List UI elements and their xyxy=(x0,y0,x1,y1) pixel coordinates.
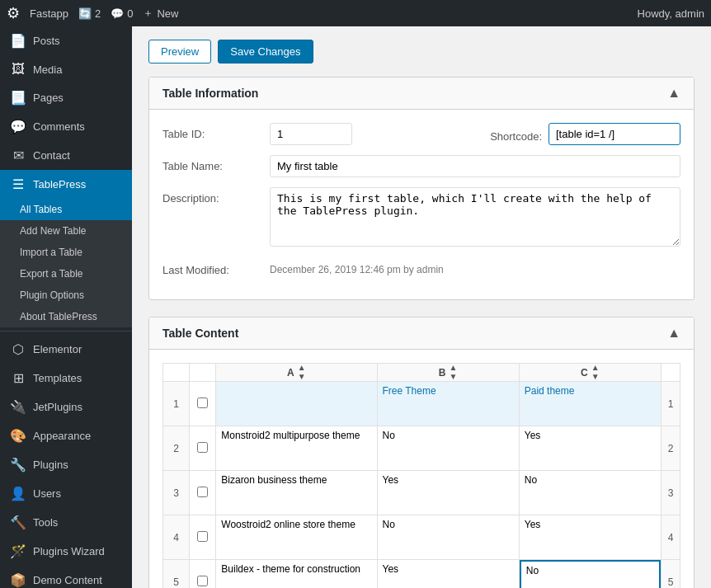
table-row: 3 Bizaron business theme Yes No xyxy=(163,471,680,515)
sidebar-item-media[interactable]: 🖼 Media xyxy=(0,55,132,83)
sidebar-item-about-tablepress[interactable]: About TablePress xyxy=(0,306,132,327)
row-3-checkbox[interactable] xyxy=(197,487,208,497)
table-name-field xyxy=(270,155,680,177)
table-id-row: Table ID: Shortcode: xyxy=(162,123,680,145)
row-5-cell-b-input[interactable]: Yes xyxy=(378,560,519,588)
preview-button[interactable]: Preview xyxy=(148,40,211,64)
sidebar-item-users[interactable]: 👤 Users xyxy=(0,479,132,508)
sidebar-item-demo-content[interactable]: 📦 Demo Content xyxy=(0,566,132,588)
sidebar-item-export-table[interactable]: Export a Table xyxy=(0,263,132,285)
row-4-checkbox[interactable] xyxy=(197,531,208,542)
shortcode-input[interactable] xyxy=(549,123,680,145)
row-4-cell-a-input[interactable]: Woostroid2 online store theme xyxy=(216,515,376,557)
comments-nav-icon: 💬 xyxy=(10,119,26,134)
col-a-controls: A ▲ ▼ xyxy=(216,364,376,381)
table-info-title: Table Information xyxy=(162,87,258,100)
row-5-cell-a-input[interactable]: Buildex - theme for construction xyxy=(216,560,376,588)
sidebar-item-comments[interactable]: 💬 Comments xyxy=(0,112,132,141)
row-3-cell-c-input[interactable]: No xyxy=(520,471,661,512)
comments-item[interactable]: 💬 0 xyxy=(111,7,133,20)
table-name-label: Table Name: xyxy=(162,155,270,172)
col-num-right-header xyxy=(662,364,680,382)
row-1-check xyxy=(190,382,216,426)
posts-icon: 📄 xyxy=(10,33,26,49)
col-c-sort-up[interactable]: ▲ xyxy=(591,364,600,372)
sidebar-item-jetplugins[interactable]: 🔌 JetPlugins xyxy=(0,393,132,421)
row-1-cell-c-input[interactable]: Paid theme xyxy=(520,382,661,423)
sidebar-item-elementor[interactable]: ⬡ Elementor xyxy=(0,335,132,364)
row-3-cell-b-input[interactable]: Yes xyxy=(378,471,519,512)
row-1-num: 1 xyxy=(163,382,190,426)
row-4-cell-c-input[interactable]: Yes xyxy=(520,515,661,557)
updates-item[interactable]: 🔄 2 xyxy=(78,7,101,20)
row-2-checkbox[interactable] xyxy=(197,442,208,453)
row-2-check xyxy=(190,426,216,471)
row-4-cell-b: No xyxy=(377,515,519,560)
sidebar-item-templates[interactable]: ⊞ Templates xyxy=(0,364,132,393)
main-content: Preview Save Changes Table Information ▲… xyxy=(132,26,711,588)
sidebar-item-tools[interactable]: 🔨 Tools xyxy=(0,508,132,537)
table-content-header: Table Content ▲ xyxy=(149,318,694,350)
table-name-input[interactable] xyxy=(270,155,680,177)
shortcode-label: Shortcode: xyxy=(490,125,542,143)
table-info-collapse-icon[interactable]: ▲ xyxy=(667,86,680,101)
sidebar-item-add-new-table[interactable]: Add New Table xyxy=(0,220,132,242)
sidebar-item-plugins-wizard[interactable]: 🪄 Plugins Wizard xyxy=(0,537,132,566)
col-b-controls: B ▲ ▼ xyxy=(378,364,519,381)
save-changes-button[interactable]: Save Changes xyxy=(218,40,313,64)
sidebar-item-contact[interactable]: ✉ Contact xyxy=(0,141,132,170)
new-content-item[interactable]: ＋ New xyxy=(143,6,178,21)
col-b-sort-up[interactable]: ▲ xyxy=(450,364,458,372)
row-1-cell-b-input[interactable]: Free Theme xyxy=(378,382,519,423)
col-b-sort-down[interactable]: ▼ xyxy=(450,373,458,381)
sidebar-item-import-table[interactable]: Import a Table xyxy=(0,242,132,263)
templates-icon: ⊞ xyxy=(10,370,26,386)
row-1-cell-a xyxy=(216,382,377,426)
table-desc-field xyxy=(270,187,680,249)
col-c-controls: C ▲ ▼ xyxy=(520,364,661,381)
sidebar-item-all-tables[interactable]: All Tables xyxy=(0,199,132,220)
sidebar-item-posts[interactable]: 📄 Posts xyxy=(0,26,132,55)
row-5-cell-c-input[interactable]: No xyxy=(520,560,661,588)
users-icon: 👤 xyxy=(10,486,26,501)
col-num-header xyxy=(163,364,190,382)
col-c-sort-down[interactable]: ▼ xyxy=(591,373,600,381)
row-1-checkbox[interactable] xyxy=(197,397,208,408)
col-a-sort-down[interactable]: ▼ xyxy=(298,373,306,381)
col-a-sort-up[interactable]: ▲ xyxy=(298,364,306,372)
wp-logo-icon: ⚙ xyxy=(7,4,20,22)
row-2-cell-b: No xyxy=(377,426,519,471)
row-4-num: 4 xyxy=(163,515,190,560)
table-desc-textarea[interactable] xyxy=(270,187,680,247)
row-5-cell-c: No xyxy=(519,560,661,589)
sidebar-item-appearance[interactable]: 🎨 Appearance xyxy=(0,421,132,450)
row-3-cell-a-input[interactable]: Bizaron business theme xyxy=(216,471,376,512)
sidebar-item-tablepress[interactable]: ☰ TablePress xyxy=(0,170,132,199)
table-row: 1 Free Theme Paid theme xyxy=(163,382,680,426)
table-id-input[interactable] xyxy=(270,123,352,145)
row-2-cell-c-input[interactable]: Yes xyxy=(520,426,661,468)
sidebar-item-pages[interactable]: 📃 Pages xyxy=(0,83,132,112)
row-5-checkbox[interactable] xyxy=(197,576,208,586)
row-3-num-right: 3 xyxy=(662,471,680,515)
tablepress-icon: ☰ xyxy=(10,176,26,192)
table-row: 5 Buildex - theme for construction Yes N… xyxy=(163,560,680,589)
table-info-body: Table ID: Shortcode: Table Name: xyxy=(149,110,694,299)
site-name[interactable]: Fastapp xyxy=(30,7,68,20)
row-4-check xyxy=(190,515,216,560)
row-2-cell-a: Monstroid2 multipurpose theme xyxy=(216,426,377,471)
comments-icon: 💬 xyxy=(111,7,124,20)
row-2-cell-a-input[interactable]: Monstroid2 multipurpose theme xyxy=(216,426,376,468)
row-2-num-right: 2 xyxy=(662,426,680,471)
row-4-cell-b-input[interactable]: No xyxy=(378,515,519,557)
tools-icon: 🔨 xyxy=(10,515,26,530)
col-a-header: A ▲ ▼ xyxy=(216,364,377,382)
sidebar-item-plugins[interactable]: 🔧 Plugins xyxy=(0,450,132,479)
row-4-cell-c: Yes xyxy=(519,515,661,560)
table-content-collapse-icon[interactable]: ▲ xyxy=(667,326,680,341)
row-2-cell-b-input[interactable]: No xyxy=(378,426,519,468)
media-icon: 🖼 xyxy=(10,62,26,77)
sidebar-item-plugin-options[interactable]: Plugin Options xyxy=(0,285,132,306)
row-1-cell-a-input[interactable] xyxy=(216,382,376,423)
table-wrap: A ▲ ▼ B xyxy=(162,363,680,588)
